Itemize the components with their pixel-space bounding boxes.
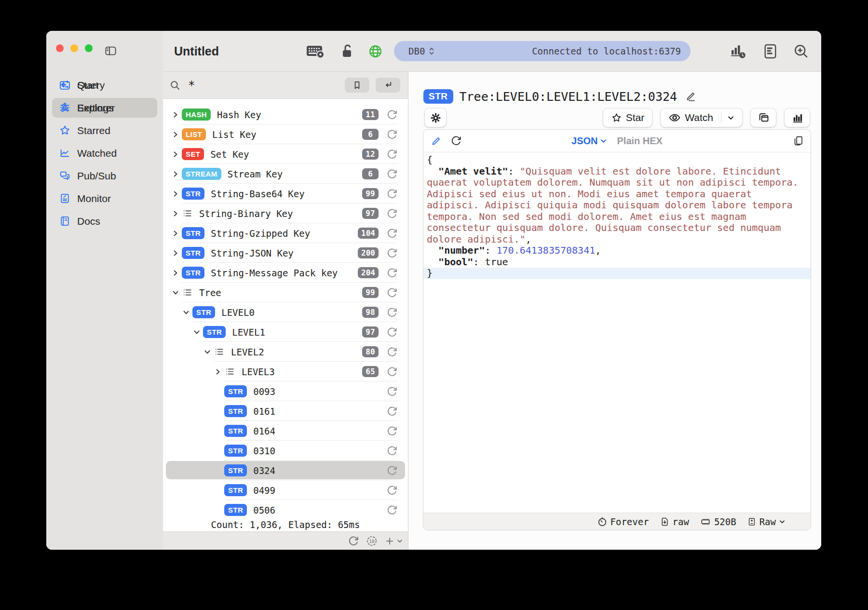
key-row[interactable]: LISTList Key6 <box>163 124 408 144</box>
star-button[interactable]: Star <box>603 108 653 127</box>
key-row[interactable]: STR0310 <box>163 441 408 461</box>
chevron-down-icon[interactable] <box>193 329 203 336</box>
key-row[interactable]: SETSet Key12 <box>163 144 408 164</box>
db-status-pill[interactable]: DB0 Connected to localhost:6379 <box>394 41 691 61</box>
key-row[interactable]: STRString-Base64 Key99 <box>163 184 408 203</box>
key-row[interactable]: LEVEL365 <box>163 362 408 381</box>
open-in-window-button[interactable] <box>750 108 776 127</box>
search-input[interactable]: * <box>188 79 195 92</box>
list-layer-icon <box>182 287 193 298</box>
chevron-right-icon[interactable] <box>172 230 182 237</box>
format-select[interactable]: JSON <box>571 136 607 147</box>
type-badge: STR <box>224 405 247 417</box>
decode-indicator[interactable]: raw <box>660 516 689 527</box>
chevron-right-icon[interactable] <box>172 151 182 158</box>
minimize-button[interactable] <box>70 44 78 52</box>
refresh-icon[interactable] <box>387 465 397 476</box>
refresh-icon[interactable] <box>387 109 397 120</box>
refresh-icon[interactable] <box>387 505 397 515</box>
refresh-icon[interactable] <box>387 189 397 199</box>
refresh-icon[interactable] <box>387 485 397 496</box>
refresh-icon[interactable] <box>387 268 397 278</box>
chevron-right-icon[interactable] <box>215 368 224 375</box>
sidebar-item-start[interactable]: Start <box>52 75 157 95</box>
key-row[interactable]: STR0093 <box>163 381 408 401</box>
json-viewer[interactable]: { "Amet velit": "Quisquam velit est dolo… <box>423 152 811 513</box>
key-row[interactable]: STRString-Gzipped Key104 <box>163 223 408 243</box>
chevron-right-icon[interactable] <box>172 270 182 276</box>
refresh-icon[interactable] <box>387 208 397 219</box>
key-settings-button[interactable] <box>424 108 447 127</box>
count-badge: 97 <box>362 326 379 338</box>
key-row[interactable]: STRString-Message Pack key204 <box>163 263 408 283</box>
refresh-icon[interactable] <box>387 248 397 258</box>
memory-usage-button[interactable] <box>784 108 810 127</box>
zoom-button[interactable] <box>85 44 93 52</box>
db-selector[interactable]: DB0 <box>408 46 435 56</box>
globe-icon[interactable] <box>367 31 383 71</box>
code-line: consectetur quisquam dolore. Quisquam co… <box>427 222 807 234</box>
bookmark-filter-button[interactable] <box>345 78 369 93</box>
ttl-indicator[interactable]: Forever <box>597 516 649 527</box>
format-plain-hex[interactable]: Plain HEX <box>617 136 662 147</box>
refresh-icon[interactable] <box>387 228 397 239</box>
key-row[interactable]: STR0164 <box>163 421 408 441</box>
reload-value-icon[interactable] <box>451 136 461 146</box>
reload-keys-icon[interactable] <box>348 536 359 546</box>
auto-refresh-10s-icon[interactable]: 10 <box>366 535 378 547</box>
refresh-icon[interactable] <box>387 446 397 456</box>
keyboard-eye-icon[interactable] <box>305 31 326 71</box>
close-button[interactable] <box>56 44 64 52</box>
chevron-right-icon[interactable] <box>172 190 182 197</box>
refresh-icon[interactable] <box>387 287 397 298</box>
chevron-right-icon[interactable] <box>172 131 182 138</box>
zoom-in-icon[interactable] <box>792 31 810 71</box>
chevron-down-icon[interactable] <box>172 289 182 296</box>
chevron-right-icon[interactable] <box>172 171 182 177</box>
add-key-button[interactable] <box>385 536 403 546</box>
refresh-icon[interactable] <box>387 386 397 397</box>
key-row[interactable]: LEVEL280 <box>163 342 408 362</box>
key-search-bar[interactable]: * <box>163 72 408 99</box>
key-row[interactable]: String-Binary Key97 <box>163 203 408 223</box>
key-row[interactable]: STR0506 <box>163 500 408 520</box>
apply-filter-button[interactable] <box>376 78 400 93</box>
chevron-down-icon[interactable] <box>183 309 192 316</box>
refresh-icon[interactable] <box>387 149 397 160</box>
key-row[interactable]: HASHHash Key11 <box>163 105 408 124</box>
copy-value-icon[interactable] <box>792 135 804 147</box>
key-row[interactable]: STRString-JSON Key200 <box>163 243 408 263</box>
document-icon[interactable] <box>762 31 778 71</box>
sidebar-item-settings[interactable]: Settings <box>52 98 157 118</box>
sidebar-toggle-icon[interactable] <box>104 44 117 57</box>
key-row[interactable]: STR0324 <box>163 461 408 480</box>
list-layer-icon <box>224 366 235 377</box>
refresh-icon[interactable] <box>387 366 397 377</box>
key-row[interactable]: STRLEVEL197 <box>163 322 408 342</box>
ttl-value: Forever <box>610 516 649 527</box>
chevron-right-icon[interactable] <box>172 210 182 217</box>
scan-summary: Count: 1,036, Elapsed: 65ms <box>163 519 408 532</box>
refresh-icon[interactable] <box>387 406 397 417</box>
key-row[interactable]: STREAMStream Key6 <box>163 164 408 184</box>
chart-clock-icon[interactable] <box>729 31 748 71</box>
edit-value-icon[interactable] <box>431 136 441 146</box>
key-row[interactable]: STRLEVEL098 <box>163 302 408 322</box>
refresh-icon[interactable] <box>387 129 397 140</box>
unlock-icon[interactable] <box>340 31 355 71</box>
chevron-down-icon[interactable] <box>204 349 214 355</box>
key-row[interactable]: Tree99 <box>163 283 408 302</box>
key-row[interactable]: STR0499 <box>163 480 408 500</box>
chevron-right-icon[interactable] <box>172 111 182 118</box>
rename-key-icon[interactable] <box>684 90 697 103</box>
key-row[interactable]: STR0161 <box>163 401 408 421</box>
view-as-select[interactable]: Raw <box>747 516 786 527</box>
code-line: tempora. Non sed sed modi dolorem. Amet … <box>427 211 807 223</box>
chevron-right-icon[interactable] <box>172 250 182 257</box>
refresh-icon[interactable] <box>387 426 397 436</box>
refresh-icon[interactable] <box>387 307 397 318</box>
watch-button[interactable]: Watch <box>660 108 743 127</box>
refresh-icon[interactable] <box>387 327 397 338</box>
refresh-icon[interactable] <box>387 169 397 179</box>
refresh-icon[interactable] <box>387 347 397 357</box>
